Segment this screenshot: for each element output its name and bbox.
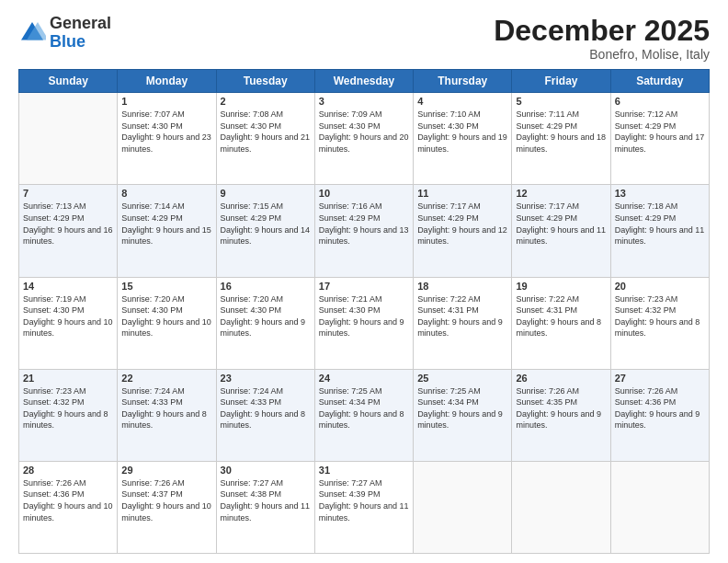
header-tuesday: Tuesday — [216, 70, 314, 93]
day-info: Sunrise: 7:24 AMSunset: 4:33 PMDaylight:… — [121, 385, 211, 431]
table-row: 9Sunrise: 7:15 AMSunset: 4:29 PMDaylight… — [216, 185, 314, 277]
table-row: 16Sunrise: 7:20 AMSunset: 4:30 PMDayligh… — [216, 277, 314, 369]
day-number: 23 — [221, 373, 311, 384]
calendar-table: Sunday Monday Tuesday Wednesday Thursday… — [18, 69, 710, 554]
day-number: 26 — [516, 373, 606, 384]
day-info: Sunrise: 7:10 AMSunset: 4:30 PMDaylight:… — [417, 109, 507, 155]
day-number: 24 — [319, 373, 409, 384]
day-info: Sunrise: 7:27 AMSunset: 4:38 PMDaylight:… — [221, 477, 311, 523]
day-number: 21 — [23, 373, 113, 384]
day-number: 30 — [221, 465, 311, 476]
day-number: 25 — [417, 373, 507, 384]
day-number: 2 — [221, 96, 311, 107]
day-info: Sunrise: 7:26 AMSunset: 4:35 PMDaylight:… — [516, 385, 606, 431]
table-row: 21Sunrise: 7:23 AMSunset: 4:32 PMDayligh… — [19, 369, 118, 461]
day-info: Sunrise: 7:13 AMSunset: 4:29 PMDaylight:… — [23, 201, 113, 247]
table-row: 27Sunrise: 7:26 AMSunset: 4:36 PMDayligh… — [610, 369, 709, 461]
day-info: Sunrise: 7:09 AMSunset: 4:30 PMDaylight:… — [319, 109, 409, 155]
day-number: 31 — [319, 465, 409, 476]
calendar-week-row: 1Sunrise: 7:07 AMSunset: 4:30 PMDaylight… — [19, 93, 710, 185]
table-row: 12Sunrise: 7:17 AMSunset: 4:29 PMDayligh… — [512, 185, 610, 277]
day-info: Sunrise: 7:25 AMSunset: 4:34 PMDaylight:… — [417, 385, 507, 431]
table-row: 19Sunrise: 7:22 AMSunset: 4:31 PMDayligh… — [512, 277, 610, 369]
weekday-header-row: Sunday Monday Tuesday Wednesday Thursday… — [19, 70, 710, 93]
table-row: 5Sunrise: 7:11 AMSunset: 4:29 PMDaylight… — [512, 93, 610, 185]
day-number: 22 — [121, 373, 211, 384]
day-number: 19 — [516, 281, 606, 292]
day-number: 12 — [516, 188, 606, 199]
table-row: 15Sunrise: 7:20 AMSunset: 4:30 PMDayligh… — [118, 277, 216, 369]
day-info: Sunrise: 7:23 AMSunset: 4:32 PMDaylight:… — [23, 385, 113, 431]
calendar-week-row: 21Sunrise: 7:23 AMSunset: 4:32 PMDayligh… — [19, 369, 710, 461]
day-number: 29 — [121, 465, 211, 476]
day-number: 7 — [23, 188, 113, 199]
table-row: 1Sunrise: 7:07 AMSunset: 4:30 PMDaylight… — [118, 93, 216, 185]
location-subtitle: Bonefro, Molise, Italy — [494, 47, 710, 62]
table-row: 28Sunrise: 7:26 AMSunset: 4:36 PMDayligh… — [19, 461, 118, 553]
header: General Blue December 2025 Bonefro, Moli… — [18, 15, 710, 62]
table-row: 26Sunrise: 7:26 AMSunset: 4:35 PMDayligh… — [512, 369, 610, 461]
day-number: 16 — [221, 281, 311, 292]
page: General Blue December 2025 Bonefro, Moli… — [0, 0, 728, 563]
table-row: 8Sunrise: 7:14 AMSunset: 4:29 PMDaylight… — [118, 185, 216, 277]
day-number: 3 — [319, 96, 409, 107]
day-number: 28 — [23, 465, 113, 476]
table-row: 24Sunrise: 7:25 AMSunset: 4:34 PMDayligh… — [314, 369, 413, 461]
table-row: 3Sunrise: 7:09 AMSunset: 4:30 PMDaylight… — [314, 93, 413, 185]
day-number: 10 — [319, 188, 409, 199]
table-row: 30Sunrise: 7:27 AMSunset: 4:38 PMDayligh… — [216, 461, 314, 553]
day-info: Sunrise: 7:17 AMSunset: 4:29 PMDaylight:… — [516, 201, 606, 247]
calendar-week-row: 7Sunrise: 7:13 AMSunset: 4:29 PMDaylight… — [19, 185, 710, 277]
day-info: Sunrise: 7:15 AMSunset: 4:29 PMDaylight:… — [221, 201, 311, 247]
day-number: 20 — [615, 281, 705, 292]
table-row: 2Sunrise: 7:08 AMSunset: 4:30 PMDaylight… — [216, 93, 314, 185]
day-number: 6 — [615, 96, 705, 107]
table-row: 18Sunrise: 7:22 AMSunset: 4:31 PMDayligh… — [414, 277, 512, 369]
day-number: 9 — [221, 188, 311, 199]
table-row: 6Sunrise: 7:12 AMSunset: 4:29 PMDaylight… — [610, 93, 709, 185]
table-row — [512, 461, 610, 553]
day-info: Sunrise: 7:16 AMSunset: 4:29 PMDaylight:… — [319, 201, 409, 247]
day-info: Sunrise: 7:08 AMSunset: 4:30 PMDaylight:… — [221, 109, 311, 155]
day-info: Sunrise: 7:20 AMSunset: 4:30 PMDaylight:… — [121, 293, 211, 339]
day-info: Sunrise: 7:25 AMSunset: 4:34 PMDaylight:… — [319, 385, 409, 431]
day-info: Sunrise: 7:18 AMSunset: 4:29 PMDaylight:… — [615, 201, 705, 247]
day-number: 5 — [516, 96, 606, 107]
table-row: 31Sunrise: 7:27 AMSunset: 4:39 PMDayligh… — [314, 461, 413, 553]
table-row: 4Sunrise: 7:10 AMSunset: 4:30 PMDaylight… — [414, 93, 512, 185]
day-info: Sunrise: 7:24 AMSunset: 4:33 PMDaylight:… — [221, 385, 311, 431]
day-info: Sunrise: 7:26 AMSunset: 4:36 PMDaylight:… — [615, 385, 705, 431]
day-number: 1 — [121, 96, 211, 107]
logo-icon — [18, 19, 46, 47]
header-sunday: Sunday — [19, 70, 118, 93]
table-row — [414, 461, 512, 553]
day-number: 17 — [319, 281, 409, 292]
day-info: Sunrise: 7:12 AMSunset: 4:29 PMDaylight:… — [615, 109, 705, 155]
day-info: Sunrise: 7:26 AMSunset: 4:37 PMDaylight:… — [121, 477, 211, 523]
day-info: Sunrise: 7:22 AMSunset: 4:31 PMDaylight:… — [516, 293, 606, 339]
day-info: Sunrise: 7:17 AMSunset: 4:29 PMDaylight:… — [417, 201, 507, 247]
day-number: 4 — [417, 96, 507, 107]
header-saturday: Saturday — [610, 70, 709, 93]
table-row: 11Sunrise: 7:17 AMSunset: 4:29 PMDayligh… — [414, 185, 512, 277]
header-friday: Friday — [512, 70, 610, 93]
calendar-week-row: 28Sunrise: 7:26 AMSunset: 4:36 PMDayligh… — [19, 461, 710, 553]
table-row: 25Sunrise: 7:25 AMSunset: 4:34 PMDayligh… — [414, 369, 512, 461]
day-info: Sunrise: 7:23 AMSunset: 4:32 PMDaylight:… — [615, 293, 705, 339]
day-number: 8 — [121, 188, 211, 199]
calendar-week-row: 14Sunrise: 7:19 AMSunset: 4:30 PMDayligh… — [19, 277, 710, 369]
day-info: Sunrise: 7:19 AMSunset: 4:30 PMDaylight:… — [23, 293, 113, 339]
table-row: 20Sunrise: 7:23 AMSunset: 4:32 PMDayligh… — [610, 277, 709, 369]
day-number: 14 — [23, 281, 113, 292]
table-row: 17Sunrise: 7:21 AMSunset: 4:30 PMDayligh… — [314, 277, 413, 369]
header-thursday: Thursday — [414, 70, 512, 93]
table-row: 23Sunrise: 7:24 AMSunset: 4:33 PMDayligh… — [216, 369, 314, 461]
day-info: Sunrise: 7:20 AMSunset: 4:30 PMDaylight:… — [221, 293, 311, 339]
header-monday: Monday — [118, 70, 216, 93]
logo: General Blue — [18, 15, 111, 52]
header-wednesday: Wednesday — [314, 70, 413, 93]
day-number: 13 — [615, 188, 705, 199]
day-info: Sunrise: 7:11 AMSunset: 4:29 PMDaylight:… — [516, 109, 606, 155]
table-row: 22Sunrise: 7:24 AMSunset: 4:33 PMDayligh… — [118, 369, 216, 461]
table-row: 13Sunrise: 7:18 AMSunset: 4:29 PMDayligh… — [610, 185, 709, 277]
